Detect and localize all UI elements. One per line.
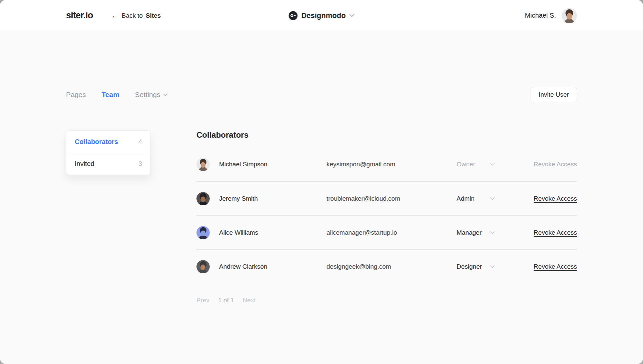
next-page-button[interactable]: Next	[243, 297, 256, 304]
prev-page-button[interactable]: Prev	[196, 297, 209, 304]
tab-settings[interactable]: Settings	[135, 91, 167, 99]
row-action-cell: Revoke Access	[495, 161, 577, 168]
role-dropdown[interactable]: Manager	[457, 229, 495, 236]
role-value: Owner	[457, 161, 475, 168]
chevron-down-icon	[490, 197, 495, 200]
tab-pages[interactable]: Pages	[66, 91, 86, 99]
page-content: Pages Team Settings Invite User Collabor…	[0, 87, 643, 304]
revoke-access-link[interactable]: Revoke Access	[534, 229, 577, 236]
collaborator-avatar	[196, 226, 210, 239]
collaborator-avatar	[196, 158, 210, 171]
collaborators-section: Collaborators	[196, 130, 577, 304]
toolbar: Pages Team Settings Invite User	[66, 87, 577, 102]
sidebar-item-invited[interactable]: Invited 3	[66, 153, 150, 175]
role-dropdown: Owner	[457, 161, 495, 168]
back-to-sites-link[interactable]: ← Back to Sites	[112, 12, 161, 19]
team-filter-card: Collaborators 4 Invited 3	[66, 130, 151, 175]
role-value: Designer	[457, 263, 482, 270]
page-indicator: 1 of 1	[218, 297, 234, 304]
sidebar-item-collaborators[interactable]: Collaborators 4	[66, 131, 150, 153]
table-row: Jeremy Smith troublemaker@icloud.com Adm…	[196, 181, 577, 215]
collaborator-email: designgeek@bing.com	[327, 263, 457, 270]
site-switcher-dropdown[interactable]: Designmodo	[288, 11, 354, 20]
tab-team[interactable]: Team	[102, 91, 119, 99]
collaborator-name: Michael Simpson	[219, 161, 327, 168]
designmodo-logo-icon	[288, 11, 297, 20]
tab-settings-label: Settings	[135, 91, 160, 99]
role-dropdown[interactable]: Admin	[457, 195, 495, 202]
collaborators-table: Michael Simpson keysimspon@gmail.com Own…	[196, 147, 577, 283]
chevron-down-icon	[350, 14, 355, 17]
collaborator-avatar	[196, 260, 210, 273]
table-row: Alice Williams alicemanager@startup.io M…	[196, 215, 577, 249]
table-row: Andrew Clarkson designgeek@bing.com Desi…	[196, 249, 577, 283]
app-window: siter.io ← Back to Sites Designmodo Mich…	[0, 0, 643, 364]
chevron-down-icon	[490, 163, 495, 166]
revoke-access-link[interactable]: Revoke Access	[534, 195, 577, 202]
revoke-access-link: Revoke Access	[534, 161, 577, 168]
collaborator-name: Jeremy Smith	[219, 195, 327, 202]
user-avatar	[562, 8, 577, 23]
collaborator-email: keysimspon@gmail.com	[327, 161, 457, 168]
collaborators-label: Collaborators	[75, 138, 118, 146]
invited-label: Invited	[75, 160, 94, 168]
collaborators-count-badge: 4	[138, 138, 142, 146]
user-menu[interactable]: Michael S.	[525, 8, 577, 23]
invite-user-button[interactable]: Invite User	[531, 87, 577, 102]
collaborator-email: troublemaker@icloud.com	[327, 195, 457, 202]
chevron-down-icon	[163, 93, 167, 96]
back-label: Back to	[122, 12, 143, 19]
collaborator-name: Andrew Clarkson	[219, 263, 327, 270]
invited-count-badge: 3	[138, 160, 142, 168]
table-row: Michael Simpson keysimspon@gmail.com Own…	[196, 147, 577, 181]
role-value: Admin	[457, 195, 475, 202]
row-action-cell: Revoke Access	[495, 229, 577, 236]
pagination: Prev 1 of 1 Next	[196, 297, 577, 304]
collaborator-email: alicemanager@startup.io	[327, 229, 457, 236]
collaborator-name: Alice Williams	[219, 229, 327, 236]
revoke-access-link[interactable]: Revoke Access	[534, 263, 577, 270]
back-arrow-icon: ←	[112, 12, 119, 19]
user-name: Michael S.	[525, 12, 556, 19]
role-dropdown[interactable]: Designer	[457, 263, 495, 270]
two-column-layout: Collaborators 4 Invited 3 Collaborators	[66, 130, 577, 304]
chevron-down-icon	[490, 231, 495, 234]
siter-logo[interactable]: siter.io	[66, 10, 93, 21]
row-action-cell: Revoke Access	[495, 263, 577, 270]
role-value: Manager	[457, 229, 482, 236]
site-name: Designmodo	[301, 11, 346, 20]
page-title: Collaborators	[196, 130, 577, 140]
top-header: siter.io ← Back to Sites Designmodo Mich…	[0, 0, 643, 31]
row-action-cell: Revoke Access	[495, 195, 577, 202]
collaborator-avatar	[196, 192, 210, 205]
back-target-label: Sites	[146, 12, 161, 19]
chevron-down-icon	[490, 265, 495, 268]
section-tabs: Pages Team Settings	[66, 91, 167, 99]
